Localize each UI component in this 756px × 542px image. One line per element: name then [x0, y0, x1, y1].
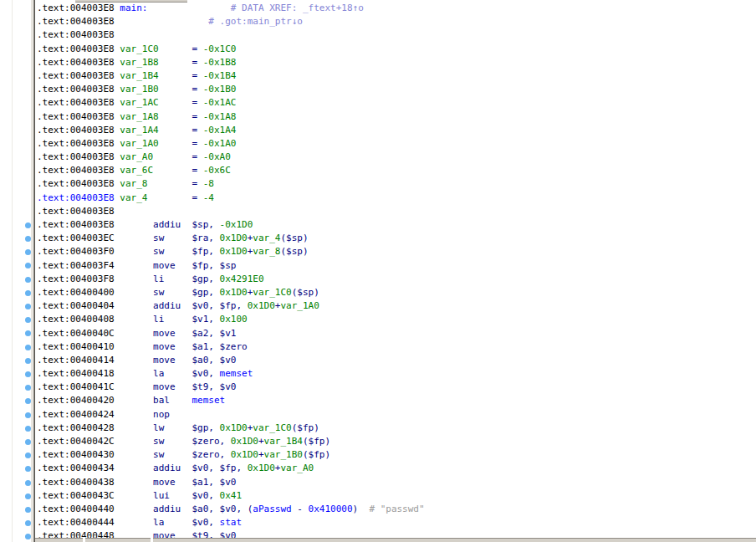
disassembly-line[interactable]: .text:004003E8 var_1B0 = -0x1B0 [37, 83, 756, 96]
instruction-text: li $gp, [115, 274, 220, 284]
disassembly-line[interactable]: .text:00400440 addiu $a0, $v0, (aPasswd … [37, 503, 756, 516]
disassembly-line[interactable]: .text:0040042C sw $zero, 0x1D0+var_1B4($… [37, 435, 756, 448]
breakpoint-dot-icon[interactable] [25, 304, 31, 309]
disassembly-line[interactable]: .text:004003F4 move $fp, $sp [37, 259, 756, 273]
number-or-var: var_1C0 [253, 287, 291, 298]
disassembly-line[interactable]: .text:00400404 addiu $v0, $fp, 0x1D0+var… [37, 299, 756, 313]
disassembly-line[interactable]: .text:004003E8 var_A0 = -0xA0 [37, 151, 756, 164]
number-or-var: var_A0 [280, 463, 314, 473]
breakpoint-dot-icon[interactable] [25, 520, 31, 526]
instruction-text: addiu $a0, $v0, ( [115, 504, 253, 514]
number-or-var: var_1B4 [115, 70, 159, 81]
address: .text:004003E8 [37, 206, 115, 217]
number-or-var: -0x6C [203, 165, 231, 176]
name-reference: memset [192, 395, 225, 406]
breakpoint-dot-icon[interactable] [25, 345, 31, 350]
instruction-text: = [159, 84, 203, 95]
disassembly-line[interactable]: .text:004003E8 # .got:main_ptr↓o [37, 15, 756, 28]
instruction-text: ($sp) [292, 287, 319, 298]
disassembly-line[interactable]: .text:00400410 move $a1, $zero [37, 340, 756, 354]
number-or-var: -0x1C0 [203, 43, 237, 54]
xref-comment: # .got:main_ptr↓o [115, 16, 303, 27]
instruction-text: - [292, 504, 309, 514]
breakpoint-dot-icon[interactable] [25, 236, 31, 242]
disassembly-line[interactable]: .text:0040040C move $a2, $v1 [37, 327, 756, 340]
instruction-text: move $a2, $v1 [115, 328, 237, 339]
breakpoint-dot-icon[interactable] [25, 222, 31, 228]
breakpoint-dot-icon[interactable] [25, 371, 31, 377]
disassembly-line[interactable]: .text:00400418 la $v0, memset [37, 367, 756, 381]
number-or-var: 0x1D0 [231, 436, 258, 447]
disassembly-line[interactable]: .text:004003E8 var_6C = -0x6C [37, 164, 756, 177]
breakpoint-dot-icon[interactable] [25, 330, 31, 336]
breakpoint-dot-icon[interactable] [25, 385, 31, 391]
disassembly-line[interactable]: .text:004003E8 var_4 = -4 [37, 192, 756, 205]
statusbar-pane-divider [151, 537, 153, 542]
number-or-var: var_1A0 [115, 138, 159, 149]
disassembly-line[interactable]: .text:004003E8 main: # DATA XREF: _ftext… [37, 2, 756, 15]
disassembly-line[interactable]: .text:004003E8 var_1A4 = -0x1A4 [37, 124, 756, 137]
address: .text:00400400 [37, 287, 115, 298]
address: .text:004003E8 [37, 29, 115, 40]
disassembly-line[interactable]: .text:004003E8 var_1A8 = -0x1A8 [37, 110, 756, 124]
breakpoint-dot-icon[interactable] [25, 277, 31, 283]
disassembly-line[interactable]: .text:00400408 li $v1, 0x100 [37, 313, 756, 326]
breakpoint-dot-icon[interactable] [25, 439, 31, 445]
number-or-var: var_8 [115, 178, 148, 189]
breakpoint-dot-icon[interactable] [25, 358, 31, 364]
breakpoint-dot-icon[interactable] [25, 466, 31, 472]
breakpoint-gutter[interactable] [0, 0, 31, 542]
breakpoint-dot-icon[interactable] [25, 426, 31, 432]
instruction-text: = [147, 178, 202, 189]
instruction-text: = [153, 151, 203, 162]
disassembly-line[interactable]: .text:004003F0 sw $fp, 0x1D0+var_8($sp) [37, 245, 756, 258]
address: .text:00400428 [37, 422, 115, 433]
disassembly-line[interactable]: .text:00400424 nop [37, 408, 756, 422]
breakpoint-dot-icon[interactable] [25, 263, 31, 268]
disassembly-line[interactable]: .text:004003E8 var_8 = -8 [37, 177, 756, 191]
breakpoint-dot-icon[interactable] [25, 398, 31, 404]
ida-disassembly-window: .text:004003E8 main: # DATA XREF: _ftext… [0, 0, 756, 542]
disassembly-line[interactable]: .text:004003E8 [37, 28, 756, 42]
breakpoint-dot-icon[interactable] [25, 453, 31, 458]
disassembly-line[interactable]: .text:004003E8 var_1B8 = -0x1B8 [37, 56, 756, 69]
disassembly-line[interactable]: .text:00400420 bal memset [37, 394, 756, 407]
instruction-text: = [159, 70, 203, 81]
statusbar-top-edge [35, 538, 756, 542]
breakpoint-dot-icon[interactable] [25, 317, 31, 323]
breakpoint-dot-icon[interactable] [25, 507, 31, 513]
disassembly-line[interactable]: .text:004003EC sw $ra, 0x1D0+var_4($sp) [37, 232, 756, 245]
number-or-var: -0x1B8 [203, 57, 237, 68]
breakpoint-dot-icon[interactable] [25, 480, 31, 486]
disassembly-line[interactable]: .text:00400434 addiu $v0, $fp, 0x1D0+var… [37, 462, 756, 475]
instruction-text: addiu $sp, [115, 219, 220, 230]
disassembly-line[interactable]: .text:0040043C lui $v0, 0x41 [37, 489, 756, 503]
instruction-text: move $t9, $v0 [115, 381, 237, 392]
number-or-var: -0x1A0 [203, 138, 237, 149]
disassembly-line[interactable]: .text:0040041C move $t9, $v0 [37, 381, 756, 394]
disassembly-line[interactable]: .text:00400438 move $a1, $v0 [37, 476, 756, 489]
number-or-var: -0x1B4 [203, 70, 237, 81]
disassembly-line[interactable]: .text:004003F8 li $gp, 0x4291E0 [37, 273, 756, 286]
breakpoint-dot-icon[interactable] [25, 534, 31, 539]
disassembly-line[interactable]: .text:004003E8 var_1A0 = -0x1A0 [37, 137, 756, 151]
breakpoint-dot-icon[interactable] [25, 412, 31, 418]
disassembly-listing[interactable]: .text:004003E8 main: # DATA XREF: _ftext… [35, 0, 756, 542]
disassembly-line[interactable]: .text:00400444 la $v0, stat [37, 516, 756, 529]
disassembly-line[interactable]: .text:00400414 move $a0, $v0 [37, 354, 756, 367]
address: .text:004003E8 [37, 125, 115, 136]
disassembly-line[interactable]: .text:004003E8 addiu $sp, -0x1D0 [37, 218, 756, 232]
disassembly-line[interactable]: .text:00400400 sw $gp, 0x1D0+var_1C0($sp… [37, 286, 756, 299]
disassembly-line[interactable]: .text:00400428 lw $gp, 0x1D0+var_1C0($fp… [37, 422, 756, 435]
address: .text:00400438 [37, 477, 115, 488]
number-or-var: 0x41 [220, 490, 243, 501]
disassembly-line[interactable]: .text:004003E8 var_1AC = -0x1AC [37, 96, 756, 110]
disassembly-line[interactable]: .text:00400430 sw $zero, 0x1D0+var_1B0($… [37, 448, 756, 462]
breakpoint-dot-icon[interactable] [25, 493, 31, 499]
breakpoint-dot-icon[interactable] [25, 290, 31, 296]
address: .text:004003E8 [37, 111, 115, 122]
disassembly-line[interactable]: .text:004003E8 [37, 205, 756, 218]
disassembly-line[interactable]: .text:004003E8 var_1B4 = -0x1B4 [37, 69, 756, 83]
breakpoint-dot-icon[interactable] [25, 249, 31, 255]
disassembly-line[interactable]: .text:004003E8 var_1C0 = -0x1C0 [37, 43, 756, 56]
